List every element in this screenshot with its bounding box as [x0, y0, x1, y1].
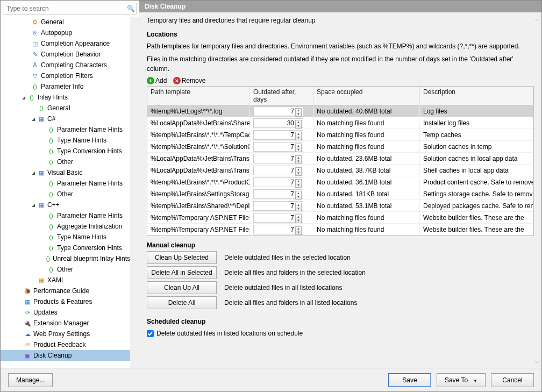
tree-item-parameter-info[interactable]: ()Parameter Info — [1, 81, 130, 92]
manual-delete-all-in-selected-button[interactable]: Delete All in Selected — [147, 266, 217, 279]
days-spinner[interactable]: ▲▼ — [295, 144, 302, 152]
days-spinner[interactable]: ▲▼ — [295, 191, 302, 199]
col-header-path[interactable]: Path template — [147, 87, 250, 105]
expander-icon[interactable] — [40, 127, 46, 132]
cell-days[interactable]: 7▲▼ — [250, 200, 313, 211]
manual-clean-up-all-button[interactable]: Clean Up All — [147, 281, 217, 294]
tree-item-extension-manager[interactable]: 🔌Extension Manager — [1, 318, 130, 329]
days-spinner[interactable]: ▲▼ — [295, 215, 302, 223]
search-input[interactable] — [3, 3, 125, 14]
spinner-up-icon[interactable]: ▲ — [296, 215, 301, 219]
spinner-down-icon[interactable]: ▼ — [296, 195, 301, 199]
cell-path[interactable]: %temp%\JetBrains\Shared\**\Deployed — [147, 200, 250, 211]
expander-icon[interactable] — [40, 245, 46, 251]
scheduled-checkbox[interactable] — [147, 330, 154, 337]
cell-days[interactable]: 7▲▼ — [250, 176, 313, 188]
expander-icon[interactable] — [17, 342, 22, 347]
manual-clean-up-selected-button[interactable]: Clean Up Selected — [147, 251, 217, 264]
remove-button[interactable]: × Remove — [173, 77, 206, 84]
scroll-up-icon[interactable]: ︿ — [534, 16, 540, 23]
spinner-up-icon[interactable]: ▲ — [296, 168, 301, 172]
cell-days[interactable]: 7▲▼ — [250, 129, 313, 140]
expander-icon[interactable] — [24, 30, 30, 35]
spinner-down-icon[interactable]: ▼ — [296, 172, 301, 175]
cell-days[interactable]: 7▲▼ — [250, 141, 313, 152]
expander-icon[interactable] — [17, 320, 22, 326]
cell-path[interactable]: %temp%\JetBrains\*.*\*.*\TempCache — [147, 129, 250, 140]
expander-icon[interactable] — [17, 310, 22, 315]
tree-item-xaml[interactable]: ▦XAML — [1, 275, 130, 286]
tree-item-parameter-name-hints[interactable]: ()Parameter Name Hints — [1, 124, 130, 135]
manual-delete-all-button[interactable]: Delete All — [147, 296, 217, 309]
expander-icon[interactable] — [40, 224, 46, 229]
tree-item-other[interactable]: ()Other — [1, 264, 130, 275]
tree-item-disk-cleanup[interactable]: ▣Disk Cleanup — [1, 350, 130, 361]
tree-item-performance-guide[interactable]: 🐌Performance Guide — [1, 286, 130, 296]
cell-days[interactable]: 30▲▼ — [250, 117, 313, 129]
grid-row[interactable]: %temp%\JetBrains\SettingsStorage7▲▼No ou… — [147, 188, 533, 200]
cell-days[interactable]: 7▲▼ — [250, 153, 313, 164]
days-spinner[interactable]: ▲▼ — [295, 203, 302, 211]
spinner-up-icon[interactable]: ▲ — [296, 203, 301, 207]
cell-path[interactable]: %temp%\Temporary ASP.NET Files\ — [147, 224, 250, 235]
grid-row[interactable]: %LocalAppData%\JetBrains\Transient7▲▼No … — [147, 165, 533, 176]
expander-icon[interactable] — [40, 159, 46, 165]
cell-path[interactable]: %LocalAppData%\JetBrains\Transient — [147, 165, 250, 176]
cell-days[interactable]: 7▲▼ — [250, 165, 313, 176]
scheduled-checkbox-row[interactable]: Delete outdated files in listed location… — [147, 330, 303, 337]
expander-icon[interactable] — [31, 277, 36, 283]
days-spinner[interactable]: ▲▼ — [295, 167, 302, 176]
spinner-down-icon[interactable]: ▼ — [296, 219, 301, 223]
grid-row[interactable]: %temp%\JetBrains\*.*\*.*\SolutionCaches7… — [147, 141, 533, 153]
expander-icon[interactable] — [24, 73, 30, 79]
spinner-up-icon[interactable]: ▲ — [296, 191, 301, 195]
cell-path[interactable]: %temp%\JetLogs\**\*.log — [147, 105, 250, 117]
expander-icon[interactable] — [17, 288, 22, 294]
spinner-up-icon[interactable]: ▲ — [296, 180, 301, 183]
cell-path[interactable]: %temp%\JetBrains\*.*\*.*\SolutionCaches — [147, 141, 250, 152]
tree-item-parameter-name-hints[interactable]: ()Parameter Name Hints — [1, 178, 130, 189]
days-spinner[interactable]: ▲▼ — [295, 226, 302, 235]
expander-icon[interactable] — [40, 234, 46, 240]
expander-icon[interactable] — [17, 299, 22, 304]
scroll-down-icon[interactable]: ﹀ — [534, 359, 540, 367]
search-icon[interactable]: 🔍 — [125, 3, 136, 14]
tree-item-general[interactable]: ⚙General — [1, 17, 130, 27]
col-header-days[interactable]: Outdated after, days — [250, 87, 313, 105]
spinner-down-icon[interactable]: ▼ — [296, 124, 301, 128]
expander-icon[interactable] — [24, 84, 30, 89]
tree-item-products-features[interactable]: ▦Products & Features — [1, 296, 130, 307]
spinner-up-icon[interactable]: ▲ — [296, 144, 301, 148]
grid-row[interactable]: %temp%\JetBrains\Shared\**\Deployed7▲▼No… — [147, 200, 533, 212]
cell-path[interactable]: %LocalAppData%\JetBrains\Transient — [147, 153, 250, 164]
expander-icon[interactable] — [40, 148, 46, 154]
days-spinner[interactable]: ▲▼ — [295, 155, 302, 164]
days-spinner[interactable]: ▲▼ — [295, 132, 302, 140]
spinner-down-icon[interactable]: ▼ — [296, 207, 301, 211]
tree-item-web-proxy-settings[interactable]: ☁Web Proxy Settings — [1, 329, 130, 339]
tree-scrollbar[interactable] — [130, 17, 139, 368]
tree-item-other[interactable]: ()Other — [1, 156, 130, 167]
tree-item-type-name-hints[interactable]: ()Type Name Hints — [1, 135, 130, 146]
expander-icon[interactable] — [24, 41, 30, 46]
cancel-button[interactable]: Cancel — [491, 373, 534, 387]
spinner-up-icon[interactable]: ▲ — [296, 109, 301, 112]
expander-icon[interactable] — [40, 181, 46, 186]
tree-item-other[interactable]: ()Other — [1, 189, 130, 199]
tree-item-completion-filters[interactable]: ▽Completion Filters — [1, 70, 130, 81]
grid-row[interactable]: %temp%\JetBrains\*.*\*.*\TempCache7▲▼No … — [147, 129, 533, 141]
save-button[interactable]: Save — [388, 373, 431, 387]
tree-item-type-conversion-hints[interactable]: ()Type Conversion Hints — [1, 243, 130, 253]
cell-path[interactable]: %temp%\JetBrains\*.*\*.*\ProductContentC… — [147, 176, 250, 188]
cell-path[interactable]: %LocalAppData%\JetBrains\Shared\ — [147, 117, 250, 129]
grid-row[interactable]: %LocalAppData%\JetBrains\Transient7▲▼No … — [147, 153, 533, 165]
expander-icon[interactable] — [17, 331, 22, 337]
tree-item-unreal-blueprint-inlay-hints[interactable]: ()Unreal blueprint Inlay Hints — [1, 253, 130, 264]
expander-icon[interactable] — [40, 213, 46, 218]
spinner-down-icon[interactable]: ▼ — [296, 231, 301, 234]
grid-row[interactable]: %temp%\JetLogs\**\*.log7▲▼No outdated, 4… — [147, 105, 533, 117]
tree-item-completion-appearance[interactable]: ◫Completion Appearance — [1, 38, 130, 49]
tree-item-general[interactable]: ()General — [1, 103, 130, 113]
days-spinner[interactable]: ▲▼ — [295, 108, 302, 117]
tree-item-parameter-name-hints[interactable]: ()Parameter Name Hints — [1, 210, 130, 221]
